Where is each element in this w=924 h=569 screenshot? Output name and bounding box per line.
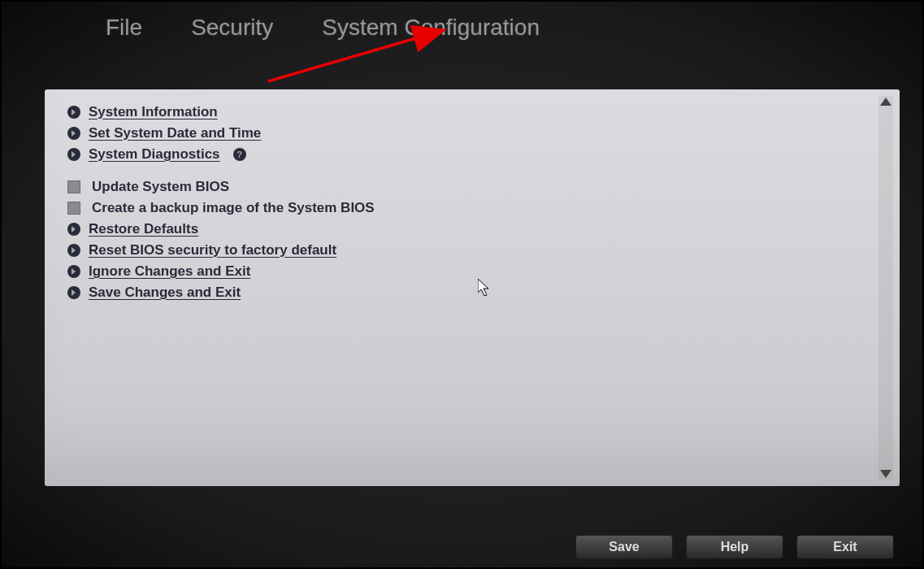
arrow-bullet-icon [67, 286, 80, 299]
scroll-up-icon[interactable] [880, 98, 891, 106]
menu-file[interactable]: File [106, 15, 142, 41]
list-item-label[interactable]: System Information [89, 104, 218, 120]
list-item-label[interactable]: Reset BIOS security to factory default [89, 242, 336, 258]
save-button[interactable]: Save [576, 536, 672, 558]
list-item[interactable]: System Diagnostics? [67, 146, 877, 163]
menu-system-configuration[interactable]: System Configuration [322, 15, 540, 41]
list-item-label[interactable]: Save Changes and Exit [89, 284, 241, 301]
arrow-bullet-icon [67, 244, 80, 257]
list-item-label[interactable]: Restore Defaults [89, 221, 198, 237]
list-item-label[interactable]: Update System BIOS [92, 179, 229, 195]
menu-bar: File Security System Configuration [0, 0, 924, 49]
list-item[interactable]: Set System Date and Time [67, 125, 877, 141]
exit-button[interactable]: Exit [797, 536, 893, 558]
content-panel: System InformationSet System Date and Ti… [45, 89, 900, 486]
list-item[interactable]: Save Changes and Exit [67, 284, 877, 301]
list-item[interactable]: Update System BIOS [67, 179, 877, 195]
list-item-label[interactable]: Create a backup image of the System BIOS [92, 200, 375, 216]
help-badge-icon[interactable]: ? [233, 148, 246, 161]
list-item[interactable]: System Information [67, 104, 877, 120]
arrow-bullet-icon [67, 265, 80, 278]
list-item-label[interactable]: Set System Date and Time [89, 125, 261, 141]
arrow-bullet-icon [67, 148, 80, 161]
list-item[interactable]: Restore Defaults [67, 221, 877, 237]
square-bullet-icon [67, 180, 80, 193]
list-item[interactable]: Create a backup image of the System BIOS [67, 200, 877, 216]
arrow-bullet-icon [67, 223, 80, 236]
button-bar: Save Help Exit [576, 536, 893, 558]
list-item[interactable]: Reset BIOS security to factory default [67, 242, 877, 258]
separator [67, 167, 877, 179]
list-item-label[interactable]: Ignore Changes and Exit [89, 263, 250, 280]
arrow-bullet-icon [67, 106, 80, 119]
scroll-down-icon[interactable] [880, 470, 891, 478]
scrollbar[interactable] [878, 96, 893, 480]
square-bullet-icon [67, 202, 80, 215]
list-item-label[interactable]: System Diagnostics [89, 146, 220, 163]
menu-security[interactable]: Security [191, 15, 273, 41]
help-button[interactable]: Help [687, 536, 783, 558]
arrow-bullet-icon [67, 127, 80, 140]
list-item[interactable]: Ignore Changes and Exit [67, 263, 877, 280]
